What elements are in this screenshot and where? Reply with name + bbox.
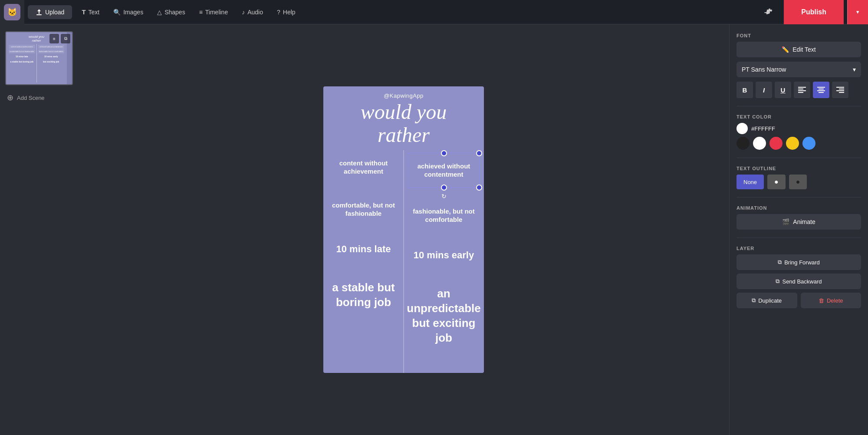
handle-bottom-center[interactable] bbox=[441, 185, 447, 191]
nav-text[interactable]: T Text bbox=[76, 5, 105, 19]
layer-row-2: ⧉ Send Backward bbox=[736, 274, 861, 289]
animation-section: ANIMATION 🎬 Animate bbox=[736, 205, 861, 230]
font-section: FONT ✏️ Edit Text PT Sans Narrow ▾ B I U bbox=[736, 33, 861, 98]
color-swatch-white[interactable] bbox=[753, 137, 766, 150]
delete-label: Delete bbox=[827, 297, 843, 304]
outline-black-circle: ● bbox=[796, 178, 800, 185]
edit-text-button[interactable]: ✏️ Edit Text bbox=[736, 42, 861, 57]
align-left-button[interactable] bbox=[794, 82, 810, 98]
scene-actions: ≡ ⧉ bbox=[49, 34, 70, 43]
add-scene-label: Add Scene bbox=[17, 95, 45, 101]
logo[interactable]: 🐱 bbox=[0, 0, 24, 24]
font-section-label: FONT bbox=[736, 33, 861, 38]
scene-duplicate-btn[interactable]: ⧉ bbox=[61, 34, 70, 43]
align-right-button[interactable] bbox=[832, 82, 848, 98]
canvas-card[interactable]: @KapwingApp would you rather content wit… bbox=[323, 86, 484, 373]
selected-text-box[interactable]: achieved without contentment ↻ bbox=[408, 153, 480, 188]
align-center-button[interactable] bbox=[813, 82, 829, 98]
canvas-right-text-3[interactable]: an unpredictable but exciting job bbox=[405, 280, 482, 351]
handle-bottom-right[interactable] bbox=[476, 185, 482, 191]
svg-rect-11 bbox=[836, 90, 844, 91]
outline-black-btn[interactable]: ● bbox=[789, 175, 807, 189]
send-backward-button[interactable]: ⧉ Send Backward bbox=[736, 274, 861, 289]
bring-forward-label: Bring Forward bbox=[784, 259, 820, 266]
thumb-cell: but exciting job bbox=[38, 59, 65, 64]
scene-thumbnail[interactable]: ≡ ⧉ would yourather content without achi… bbox=[5, 31, 73, 85]
canvas-right-text-1[interactable]: fashionable, but not comfortable bbox=[408, 201, 480, 230]
publish-button[interactable]: Publish bbox=[784, 0, 844, 24]
add-scene-button[interactable]: ⊕ Add Scene bbox=[5, 90, 73, 105]
nav-audio[interactable]: ♪ Audio bbox=[236, 5, 269, 19]
edit-text-label: Edit Text bbox=[792, 46, 815, 53]
bold-button[interactable]: B bbox=[736, 82, 753, 98]
color-swatch-red[interactable] bbox=[769, 137, 783, 150]
publish-dropdown-button[interactable]: ▾ bbox=[847, 0, 868, 24]
animation-label: ANIMATION bbox=[736, 205, 861, 211]
canvas-right-text-2[interactable]: 10 mins early bbox=[412, 243, 476, 268]
canvas-left-text-2[interactable]: 10 mins late bbox=[335, 237, 393, 262]
canvas-right-text-0[interactable]: achieved without contentment bbox=[411, 156, 477, 185]
divider-4 bbox=[736, 237, 861, 238]
nav-help[interactable]: ? Help bbox=[271, 5, 302, 19]
canvas-left-text-3[interactable]: a stable but boring job bbox=[328, 274, 399, 316]
scene-list-btn[interactable]: ≡ bbox=[49, 34, 59, 43]
font-selector-container: PT Sans Narrow ▾ bbox=[736, 62, 861, 77]
nav-images[interactable]: 🔍 Images bbox=[107, 5, 149, 19]
nav-help-label: Help bbox=[283, 9, 296, 16]
outline-none-btn[interactable]: None bbox=[736, 175, 764, 189]
bring-forward-button[interactable]: ⧉ Bring Forward bbox=[736, 254, 861, 270]
duplicate-icon: ⧉ bbox=[752, 297, 756, 304]
italic-button[interactable]: I bbox=[756, 82, 772, 98]
navbar: 🐱 Upload T Text 🔍 Images △ Shapes ≡ Time… bbox=[0, 0, 868, 24]
svg-rect-6 bbox=[819, 89, 824, 89]
animate-button[interactable]: 🎬 Animate bbox=[736, 214, 861, 230]
handle-top-right[interactable] bbox=[476, 150, 482, 156]
canvas-left-text-0[interactable]: content without achievement bbox=[328, 153, 399, 182]
delete-button[interactable]: 🗑 Delete bbox=[801, 293, 861, 308]
align-left-icon bbox=[798, 87, 806, 93]
audio-icon: ♪ bbox=[242, 9, 245, 16]
canvas-title-line2: rather bbox=[378, 123, 430, 146]
nav-timeline[interactable]: ≡ Timeline bbox=[193, 5, 234, 19]
nav-shapes-label: Shapes bbox=[164, 9, 185, 16]
images-icon: 🔍 bbox=[113, 9, 121, 16]
duplicate-button[interactable]: ⧉ Duplicate bbox=[736, 293, 797, 308]
canvas-left-text-1[interactable]: comfortable, but not fashionable bbox=[328, 195, 399, 224]
thumb-title: would yourather bbox=[29, 35, 44, 43]
rotate-handle[interactable]: ↻ bbox=[440, 192, 448, 201]
animate-label: Animate bbox=[793, 218, 815, 225]
bring-forward-icon: ⧉ bbox=[778, 259, 782, 266]
right-panel: FONT ✏️ Edit Text PT Sans Narrow ▾ B I U bbox=[729, 24, 868, 435]
color-swatch-black[interactable] bbox=[736, 137, 750, 150]
current-color-swatch[interactable] bbox=[736, 123, 748, 134]
layer-row-1: ⧉ Bring Forward bbox=[736, 254, 861, 270]
svg-rect-4 bbox=[798, 92, 803, 93]
chevron-down-icon: ▾ bbox=[856, 9, 859, 15]
color-swatch-yellow[interactable] bbox=[786, 137, 799, 150]
color-swatch-row bbox=[736, 137, 861, 150]
font-selector[interactable]: PT Sans Narrow ▾ bbox=[736, 62, 861, 77]
text-color-section: TEXT COLOR #FFFFFF bbox=[736, 114, 861, 150]
font-name: PT Sans Narrow bbox=[742, 66, 786, 73]
canvas-title-line1: would you bbox=[361, 100, 447, 123]
handle-top-center[interactable] bbox=[441, 150, 447, 156]
canvas-right-col: achieved without contentment ↻ fashionab… bbox=[404, 150, 484, 373]
text-icon: T bbox=[82, 8, 85, 16]
gear-icon bbox=[763, 7, 773, 17]
nav-audio-label: Audio bbox=[247, 9, 263, 16]
layer-label: LAYER bbox=[736, 246, 861, 251]
color-swatch-blue[interactable] bbox=[802, 137, 815, 150]
nav-timeline-label: Timeline bbox=[205, 9, 228, 16]
underline-button[interactable]: U bbox=[775, 82, 791, 98]
nav-text-label: Text bbox=[89, 9, 100, 16]
canvas-app-tag: @KapwingApp bbox=[384, 92, 424, 99]
svg-rect-10 bbox=[839, 89, 844, 89]
thumb-cell: content without achievement bbox=[9, 45, 35, 49]
navbar-right: Publish ▾ bbox=[760, 0, 868, 24]
settings-button[interactable] bbox=[760, 3, 777, 21]
canvas-area[interactable]: @KapwingApp would you rather content wit… bbox=[78, 24, 729, 435]
outline-white-btn[interactable]: ● bbox=[767, 175, 786, 189]
left-panel: ≡ ⧉ would yourather content without achi… bbox=[0, 24, 78, 435]
upload-button[interactable]: Upload bbox=[28, 5, 72, 19]
nav-shapes[interactable]: △ Shapes bbox=[151, 5, 191, 19]
